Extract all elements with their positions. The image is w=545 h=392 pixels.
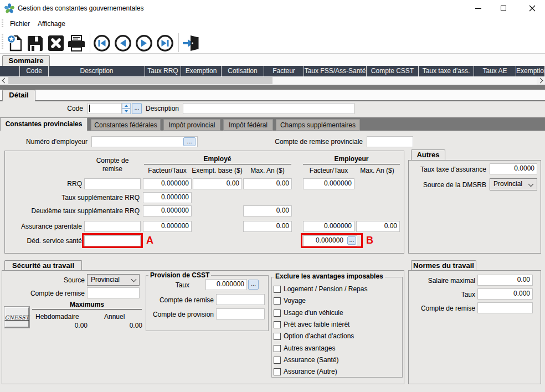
sommaire-column-header[interactable]: Description — [49, 66, 145, 76]
minimize-button[interactable] — [465, 0, 491, 17]
ded-sante-lookup-button[interactable]: ... — [347, 236, 356, 245]
annotation-a: A — [146, 235, 153, 246]
max-an-field[interactable]: 0.00 — [243, 221, 292, 232]
normes-taux-input[interactable]: 0.000 — [477, 288, 533, 300]
provision-csst-legend: Provision de CSST — [148, 271, 211, 279]
salaire-maximal-input[interactable]: 0.00 — [477, 275, 533, 286]
checkbox-assurance-autre-[interactable] — [274, 368, 281, 375]
last-record-button[interactable] — [156, 34, 174, 53]
menu-item-fichier[interactable]: Fichier — [6, 17, 34, 31]
numero-employeur-input[interactable] — [91, 136, 198, 147]
tab-champs-suppl-mentaires[interactable]: Champs supplémentaires — [276, 119, 360, 131]
compte-remise-provinciale-label: Compte de remise provinciale — [266, 138, 363, 146]
scroll-left-button[interactable] — [0, 76, 8, 85]
checkbox-label: Assurance (Autre) — [284, 368, 337, 376]
sommaire-column-header[interactable]: Taux FSS/Ass-Santé — [304, 66, 367, 76]
provision-compte-remise-label: Compte de remise — [154, 296, 214, 305]
sommaire-column-header[interactable]: Code — [20, 66, 49, 76]
annuel-value: 0.00 — [111, 322, 142, 330]
provision-taux-input[interactable]: 0.000000 — [205, 279, 247, 290]
save-button[interactable] — [25, 34, 44, 53]
checkbox-logement-pension-repas[interactable] — [274, 286, 281, 293]
emp-facteur-taux-field[interactable]: 0.000000 — [303, 221, 354, 232]
spinner-down-button[interactable] — [122, 109, 131, 114]
toolbar-gripper — [2, 34, 3, 50]
spinner-up-button[interactable] — [122, 103, 131, 109]
compte-field[interactable] — [84, 178, 141, 189]
last-record-icon — [156, 34, 174, 52]
emp-max-an-field[interactable]: 0.00 — [356, 221, 400, 232]
grid-row-label: Assurance parentale — [4, 223, 82, 231]
sommaire-column-header[interactable]: Facteur — [264, 66, 304, 76]
checkbox-label: Assurance (Santé) — [284, 356, 338, 364]
checkbox-option-d-achat-d-actions[interactable] — [274, 333, 281, 340]
checkbox-autres-avantages[interactable] — [274, 345, 281, 352]
sommaire-column-header[interactable]: Taux taxe d'ass. — [419, 66, 474, 76]
tab-imp-t-f-d-ral[interactable]: Impôt fédéral — [223, 119, 273, 131]
normes-box — [408, 270, 541, 384]
minimize-icon — [475, 8, 481, 9]
checkbox-voyage[interactable] — [274, 297, 281, 305]
tab-constantes-provinciales[interactable]: Constantes provinciales — [0, 117, 88, 131]
close-button[interactable] — [520, 0, 545, 17]
exit-button[interactable] — [181, 34, 200, 53]
tab-imp-t-provincial[interactable]: Impôt provincial — [163, 119, 220, 131]
sommaire-column-header[interactable]: Compte CSST — [367, 66, 419, 76]
max-an-field[interactable]: 0.00 — [243, 178, 292, 189]
sommaire-column-header[interactable]: Taux AE — [474, 66, 516, 76]
new-record-button[interactable] — [6, 34, 24, 53]
delete-icon — [47, 34, 65, 52]
save-icon — [26, 34, 44, 52]
employeur-group-header: Employeur — [303, 155, 400, 163]
menu-item-affichage[interactable]: Affichage — [34, 17, 69, 31]
sommaire-column-header[interactable]: Taux RRQ — [145, 66, 181, 76]
sommaire-column-header[interactable]: Cotisation — [222, 66, 264, 76]
exempt-base-field[interactable]: 0.00 — [193, 178, 242, 189]
tab-sommaire[interactable]: Sommaire — [2, 55, 50, 66]
scroll-left-icon — [2, 78, 8, 84]
facteur-taux-field[interactable]: 0.000000 — [143, 178, 192, 189]
checkbox-label: Prêt avec faible intérêt — [284, 321, 349, 329]
maximize-button[interactable] — [491, 0, 516, 17]
tab-detail[interactable]: Détail — [2, 90, 35, 101]
delete-button[interactable] — [47, 34, 65, 53]
spinner-up-icon — [125, 105, 128, 107]
sommaire-row-selector-header[interactable] — [0, 66, 20, 76]
tab-autres: Autres — [411, 149, 445, 161]
employe-group-header: Employé — [143, 155, 292, 163]
previous-record-button[interactable] — [114, 34, 132, 53]
taux-taxe-assurance-input[interactable]: 0.0000 — [490, 163, 537, 174]
tab-constantes-f-d-rales[interactable]: Constantes fédérales — [91, 119, 161, 131]
provision-compte-remise-input[interactable] — [216, 294, 265, 305]
description-input[interactable] — [183, 103, 354, 114]
facteur-taux-field[interactable]: 0.000000 — [143, 192, 192, 203]
facteur-taux-field[interactable]: 0.000000 — [143, 221, 192, 232]
sommaire-column-header[interactable]: Exemption — [181, 66, 222, 76]
first-record-button[interactable] — [92, 34, 111, 53]
sommaire-column-header[interactable]: Exemption — [516, 66, 545, 76]
checkbox-usage-d-un-v-hicule[interactable] — [274, 310, 281, 317]
provision-compte-provision-input[interactable] — [216, 308, 265, 319]
facteur-taux-field[interactable]: 0.000000 — [143, 205, 192, 216]
numero-employeur-lookup-button[interactable]: ... — [183, 137, 196, 146]
compte-remise-provinciale-input[interactable] — [367, 136, 413, 147]
next-record-button[interactable] — [135, 34, 153, 53]
securite-compte-remise-input[interactable] — [87, 287, 140, 298]
normes-compte-remise-input[interactable] — [477, 302, 533, 313]
checkbox-assurance-sant-[interactable] — [274, 357, 281, 364]
code-lookup-button[interactable]: ... — [132, 103, 142, 114]
compte-field[interactable] — [84, 221, 141, 232]
cnesst-button[interactable]: CNESST — [4, 307, 29, 328]
provision-taux-lookup-button[interactable]: ... — [248, 280, 259, 290]
scroll-right-button[interactable] — [537, 76, 545, 85]
employe-underline — [144, 164, 291, 164]
code-input[interactable] — [88, 103, 122, 114]
scroll-thumb[interactable] — [8, 77, 272, 84]
print-button[interactable] — [67, 34, 86, 53]
checkbox-pr-t-avec-faible-int-r-t[interactable] — [274, 321, 281, 328]
window-title: Gestion des constantes gouvernementales — [18, 0, 143, 17]
max-an-field[interactable]: 0.00 — [243, 205, 292, 216]
securite-compte-remise-label: Compte de remise — [22, 290, 85, 298]
grid-row-label: Taux supplémentaire RRQ — [4, 194, 140, 202]
emp-facteur-taux-field[interactable]: 0.000000 — [303, 178, 354, 189]
